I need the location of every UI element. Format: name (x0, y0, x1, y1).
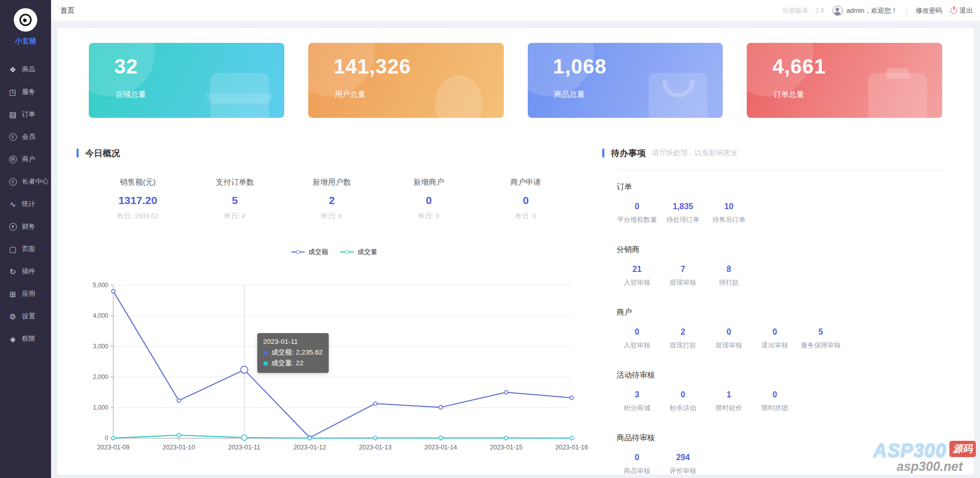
sidebar-item-statistics[interactable]: ∿统计 (0, 193, 51, 215)
topbar: 首页 当前版本：2.6 admin，欢迎您！ | 修改密码 退出 (51, 0, 980, 21)
sidebar-item-orders[interactable]: ▤订单 (0, 103, 51, 125)
legend-marker-icon (340, 251, 354, 253)
stat-card-label: 商品总量 (554, 90, 585, 99)
legend-item-成交量[interactable]: 成交量 (340, 247, 377, 257)
todo-item-value[interactable]: 294 (663, 453, 703, 462)
todo-item-label: 待打款 (708, 278, 749, 287)
watermark-site: asp300.net (873, 459, 976, 474)
todo-group-title: 分销商 (617, 245, 960, 255)
sidebar-item-permissions[interactable]: ◈权限 (0, 328, 51, 350)
data-point-成交量 (439, 436, 443, 440)
todo-item-value[interactable]: 10 (708, 202, 749, 211)
tab-home[interactable]: 首页 (60, 6, 75, 15)
todo-item-value[interactable]: 0 (754, 390, 795, 399)
today-stat-value[interactable]: 5 (186, 194, 283, 207)
today-stat-value[interactable]: 0 (477, 194, 574, 207)
todo-item-value[interactable]: 0 (617, 328, 657, 337)
sidebar-item-plugins[interactable]: ↻插件 (0, 260, 51, 283)
sidebar-item-label: 财务 (22, 222, 35, 231)
sidebar-item-merchants[interactable]: 供商户 (0, 148, 51, 170)
todo-header: 待办事项 请尽快处理，以免影响营业 (602, 147, 960, 159)
version-label: 当前版本：2.6 (782, 6, 824, 15)
today-stat-label: 销售额(元) (89, 178, 186, 187)
todo-item-value[interactable]: 0 (708, 328, 749, 337)
todo-item-label: 评价审核 (663, 466, 703, 475)
todo-item-value[interactable]: 21 (617, 265, 657, 274)
todo-item-value[interactable]: 0 (617, 453, 657, 462)
todo-item-value[interactable]: 7 (663, 265, 703, 274)
logout-button[interactable]: 退出 (950, 6, 973, 15)
todo-item-label: 提现打款 (663, 341, 703, 350)
todo-item-label: 平台维权数量 (617, 215, 657, 224)
todo-group-商户: 商户0入驻审核2提现打款0提现审核0退出审核5服务保障审核 (617, 308, 960, 350)
logout-label: 退出 (960, 6, 973, 15)
today-stat-value[interactable]: 2 (283, 194, 380, 207)
apps-icon: ⊞ (8, 290, 18, 298)
today-stat: 新增用户数2昨日: 6 (283, 178, 380, 221)
todo-item: 10待售后订单 (708, 202, 749, 224)
todo-item: 0退出审核 (754, 328, 795, 350)
stat-card-value: 141,326 (334, 55, 411, 78)
sidebar-item-finance[interactable]: ¥财务 (0, 215, 51, 238)
sidebar-item-goods[interactable]: ❖商品 (0, 58, 51, 81)
today-stat-label: 商户申请 (477, 178, 574, 187)
sidebar-item-services[interactable]: ◳服务 (0, 81, 51, 103)
todo-group-items: 3积分商城0秒杀活动1限时砍价0限时拼团 (617, 390, 960, 413)
todo-item-value[interactable]: 5 (800, 328, 841, 337)
todo-group-title: 订单 (617, 182, 960, 192)
goods-icon: ❖ (8, 66, 18, 73)
series-line-成交额 (113, 291, 572, 438)
sidebar-item-settings[interactable]: ⚙设置 (0, 305, 51, 328)
todo-item: 1,835待处理订单 (663, 202, 703, 224)
todo-item-value[interactable]: 8 (708, 265, 749, 274)
user-icon (435, 75, 482, 118)
separator: | (906, 7, 908, 14)
sidebar-item-label: 订单 (22, 110, 35, 119)
elder-center-icon: V (8, 178, 18, 186)
legend-label: 成交量 (357, 247, 377, 257)
avatar-icon (832, 6, 843, 16)
x-tick-label: 2023-01-13 (359, 444, 391, 451)
todo-item-label: 提现审核 (708, 341, 749, 350)
todo-groups: 订单0平台维权数量1,835待处理订单10待售后订单分销商21入驻审核7提现审核… (617, 182, 960, 475)
legend-item-成交额[interactable]: 成交额 (291, 247, 328, 257)
todo-subtitle: 请尽快处理，以免影响营业 (652, 148, 738, 158)
change-password-button[interactable]: 修改密码 (916, 6, 942, 15)
todo-item-value[interactable]: 0 (754, 328, 795, 337)
todo-item: 1限时砍价 (708, 390, 749, 413)
today-overview-header: 今日概况 (77, 147, 592, 159)
todo-item-value[interactable]: 2 (663, 328, 703, 337)
legend-marker-icon (291, 251, 305, 253)
todo-item-value[interactable]: 1,835 (663, 202, 703, 211)
sidebar-item-label: 插件 (22, 267, 35, 276)
sidebar-item-label: 设置 (22, 312, 35, 321)
today-stats-row: 销售额(元)1317.20昨日: 1503.02支付订单数5昨日: 4新增用户数… (89, 178, 574, 221)
shop-icon (210, 73, 269, 118)
today-stat-yesterday: 昨日: 0 (380, 212, 477, 221)
data-point-成交量 (374, 436, 377, 440)
data-point-成交量 (570, 436, 574, 440)
todo-divider (617, 169, 947, 170)
todo-item-value[interactable]: 0 (663, 390, 703, 399)
stat-card-user: 141,326用户总量 (308, 43, 504, 118)
todo-item-value[interactable]: 0 (617, 202, 657, 211)
version-caption: 当前版本： (782, 7, 815, 14)
todo-group-活动待审核: 活动待审核3积分商城0秒杀活动1限时砍价0限时拼团 (617, 370, 960, 413)
today-stat-value[interactable]: 1317.20 (89, 194, 186, 207)
sidebar-item-pages[interactable]: ▢页面 (0, 238, 51, 260)
todo-item-label: 服务保障审核 (800, 341, 841, 350)
y-tick-label: 5,000 (93, 282, 108, 289)
todo-item: 7提现审核 (663, 265, 703, 287)
today-stat-value[interactable]: 0 (380, 194, 477, 207)
sidebar-item-members[interactable]: V会员 (0, 125, 51, 148)
stat-card-value: 32 (114, 55, 138, 78)
todo-item-label: 限时砍价 (708, 404, 749, 413)
sidebar-item-elder-center[interactable]: V长者中心 (0, 170, 51, 193)
x-tick-label: 2023-01-16 (555, 444, 588, 451)
sidebar-item-apps[interactable]: ⊞应用 (0, 283, 51, 305)
todo-item-value[interactable]: 1 (708, 390, 749, 399)
members-icon: V (8, 133, 18, 141)
line-chart: 01,0002,0003,0004,0005,0002023-01-092023… (77, 263, 592, 452)
y-tick-label: 4,000 (93, 312, 108, 319)
todo-item-value[interactable]: 3 (617, 390, 657, 399)
